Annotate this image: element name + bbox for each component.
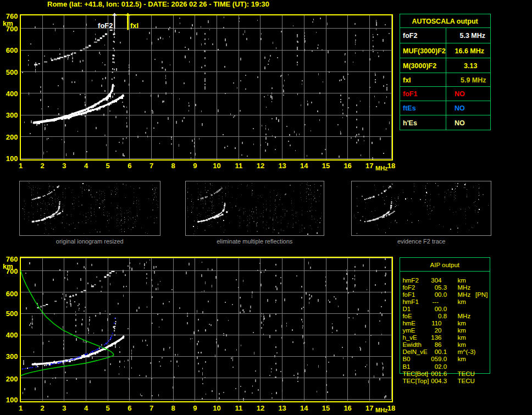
svg-text:.0: .0 (442, 291, 447, 298)
svg-text:5: 5 (106, 162, 110, 170)
svg-text:15: 15 (322, 162, 330, 170)
svg-text:13: 13 (278, 404, 286, 412)
svg-text:NO: NO (455, 104, 465, 112)
svg-text:16: 16 (343, 162, 351, 170)
svg-text:5.9 MHz: 5.9 MHz (461, 76, 486, 84)
svg-text:600: 600 (6, 290, 18, 298)
svg-text:Ewidth: Ewidth (402, 341, 422, 348)
svg-text:ymE: ymE (402, 327, 415, 334)
svg-text:B0: B0 (402, 356, 410, 362)
svg-text:.3: .3 (442, 378, 447, 384)
svg-text:h'Es: h'Es (403, 119, 417, 127)
svg-text:200: 200 (6, 133, 18, 141)
svg-text:---: --- (433, 298, 439, 305)
svg-text:h_vE: h_vE (402, 334, 417, 341)
svg-text:2: 2 (41, 162, 45, 170)
svg-text:km: km (458, 320, 466, 327)
svg-text:m^(-3): m^(-3) (458, 348, 476, 355)
svg-text:foF1: foF1 (403, 90, 417, 98)
svg-text:02: 02 (435, 363, 442, 370)
svg-text:fxI: fxI (403, 76, 411, 84)
svg-text:14: 14 (300, 404, 308, 412)
svg-text:200: 200 (6, 375, 18, 383)
svg-text:059: 059 (431, 356, 441, 362)
svg-text:400: 400 (6, 331, 18, 339)
svg-text:2: 2 (41, 404, 45, 412)
svg-text:00: 00 (435, 306, 442, 312)
svg-text:[PN]: [PN] (475, 291, 487, 298)
svg-text:500: 500 (6, 309, 18, 318)
svg-text:.0: .0 (442, 356, 447, 362)
svg-text:4: 4 (84, 162, 88, 170)
svg-text:18: 18 (387, 162, 395, 170)
svg-text:TECU: TECU (458, 378, 475, 384)
svg-text:TEC[Bot]: TEC[Bot] (402, 370, 428, 377)
svg-text:110: 110 (431, 320, 441, 327)
svg-text:100: 100 (6, 396, 18, 404)
svg-text:eliminate multiple reflections: eliminate multiple reflections (217, 238, 293, 245)
svg-text:400: 400 (6, 90, 18, 98)
svg-text:hmE: hmE (402, 320, 415, 327)
svg-text:MHz: MHz (458, 313, 471, 319)
svg-text:17: 17 (365, 404, 373, 412)
svg-text:100: 100 (6, 154, 18, 163)
svg-text:10: 10 (213, 404, 220, 412)
svg-text:12: 12 (257, 404, 264, 412)
svg-text:km: km (458, 334, 466, 341)
svg-text:16: 16 (343, 404, 351, 412)
svg-text:6: 6 (128, 162, 131, 170)
svg-text:MHz: MHz (375, 165, 388, 171)
svg-text:17: 17 (365, 162, 373, 170)
svg-text:D1: D1 (402, 306, 411, 312)
svg-text:km: km (458, 341, 466, 348)
svg-text:.3: .3 (442, 284, 447, 291)
svg-text:300: 300 (6, 352, 18, 361)
svg-text:hmF1: hmF1 (402, 298, 418, 305)
svg-text:km: km (458, 298, 466, 305)
svg-text:16.6 MHz: 16.6 MHz (455, 47, 485, 55)
svg-text:05: 05 (435, 284, 442, 291)
svg-text:300: 300 (6, 111, 18, 119)
svg-text:.6: .6 (442, 370, 447, 377)
svg-text:9: 9 (193, 162, 197, 170)
svg-text:11: 11 (235, 404, 242, 412)
svg-text:TEC[Top]: TEC[Top] (402, 378, 429, 384)
svg-text:.1: .1 (442, 348, 447, 355)
svg-text:km: km (458, 327, 466, 334)
svg-text:DelN_vE: DelN_vE (402, 348, 428, 355)
svg-text:foE: foE (402, 313, 412, 319)
svg-text:.0: .0 (442, 306, 447, 312)
svg-text:00: 00 (435, 291, 442, 298)
svg-text:8: 8 (171, 404, 175, 412)
svg-text:004: 004 (431, 378, 442, 384)
svg-text:11: 11 (235, 162, 242, 170)
svg-text:original ionogram resized: original ionogram resized (56, 238, 124, 245)
svg-text:1: 1 (19, 404, 23, 412)
svg-text:600: 600 (6, 46, 18, 54)
svg-text:ftEs: ftEs (403, 104, 416, 112)
svg-text:NO: NO (455, 119, 465, 127)
svg-text:86: 86 (435, 341, 442, 348)
svg-text:00: 00 (435, 348, 442, 355)
svg-text:B1: B1 (402, 363, 410, 370)
svg-text:TECU: TECU (458, 370, 475, 377)
svg-text:10: 10 (213, 162, 220, 170)
svg-text:001: 001 (431, 370, 441, 377)
svg-text:km: km (458, 356, 466, 362)
svg-text:MUF(3000)F2: MUF(3000)F2 (403, 47, 446, 55)
svg-text:Rome (lat: +41.8, lon: 012.5): Rome (lat: +41.8, lon: 012.5) - DATE: 20… (47, 0, 269, 8)
svg-text:AUTOSCALA output: AUTOSCALA output (412, 18, 479, 25)
svg-text:5: 5 (106, 404, 110, 412)
svg-text:18: 18 (387, 404, 395, 412)
svg-text:13: 13 (278, 162, 286, 170)
svg-text:.0: .0 (442, 363, 447, 370)
svg-text:M(3000)F2: M(3000)F2 (403, 62, 436, 70)
svg-text:foF2: foF2 (403, 32, 417, 40)
svg-text:MHz: MHz (458, 291, 471, 298)
svg-text:304: 304 (431, 277, 442, 284)
svg-text:foF1: foF1 (402, 291, 415, 298)
svg-text:foF2: foF2 (402, 284, 415, 291)
svg-text:20: 20 (435, 327, 442, 334)
svg-text:4: 4 (84, 404, 88, 412)
svg-text:15: 15 (322, 404, 330, 412)
